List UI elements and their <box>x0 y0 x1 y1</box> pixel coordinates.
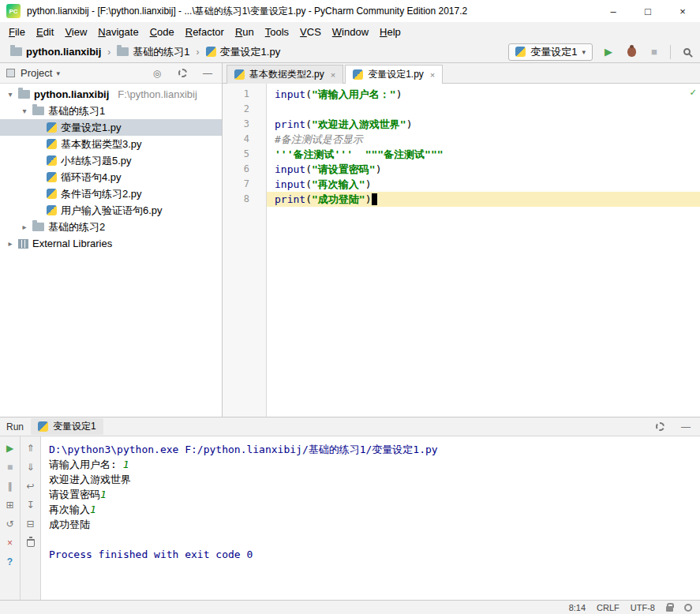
readonly-lock-icon[interactable] <box>666 606 673 612</box>
close-button[interactable]: × <box>665 0 700 22</box>
menu-navigate[interactable]: Navigate <box>92 24 144 39</box>
tree-item-4[interactable]: 小结练习题5.py <box>0 152 222 169</box>
soft-wrap-button[interactable]: ↩ <box>23 478 39 493</box>
line-separator-indicator[interactable]: CRLF <box>597 603 620 612</box>
menu-file[interactable]: File <box>3 24 31 39</box>
encoding-indicator[interactable]: UTF-8 <box>631 603 655 612</box>
breadcrumb-item-2[interactable]: 变量设定1.py <box>202 43 285 61</box>
chevron-down-icon: ▾ <box>56 69 60 77</box>
editor-tab-0[interactable]: 基本数据类型2.py× <box>226 65 343 84</box>
pause-output-button[interactable]: ∥ <box>2 478 18 493</box>
code-text: input("请设置密码") <box>267 162 700 177</box>
menu-tools[interactable]: Tools <box>260 24 294 39</box>
tree-item-8[interactable]: ▸基础的练习2 <box>0 219 222 235</box>
chevron-down-icon[interactable]: ▾ <box>6 90 14 99</box>
tree-item-5[interactable]: 循环语句4.py <box>0 169 222 185</box>
chevron-down-icon[interactable]: ▾ <box>21 107 28 115</box>
run-button[interactable]: ▶ <box>601 45 616 59</box>
project-panel-header: Project ▾ ◎— <box>0 63 222 84</box>
maximize-button[interactable]: □ <box>631 0 665 22</box>
rerun-button[interactable]: ▶ <box>2 440 18 455</box>
run-tab[interactable]: 变量设定1 <box>31 418 103 435</box>
line-number: 4 <box>223 132 267 147</box>
debug-button[interactable] <box>624 45 638 59</box>
code-token: "请输入用户名：" <box>312 88 396 100</box>
menu-bar: FileEditViewNavigateCodeRefactorRunTools… <box>0 22 700 41</box>
close-tab-icon[interactable]: × <box>430 70 435 80</box>
tree-item-6[interactable]: 条件语句练习2.py <box>0 185 222 202</box>
code-text: print("欢迎进入游戏世界") <box>267 117 700 132</box>
chevron-right-icon[interactable]: ▸ <box>21 223 28 231</box>
tree-item-7[interactable]: 用户输入验证语句6.py <box>0 202 222 219</box>
code-token: print <box>275 118 305 130</box>
search-everywhere-button[interactable] <box>679 45 694 59</box>
editor-line[interactable]: 5'''备注测试''' """备注测试""" <box>223 147 700 162</box>
to-top-button[interactable]: ⇑ <box>23 440 39 455</box>
tree-item-2[interactable]: 变量设定1.py <box>0 119 222 136</box>
editor-line[interactable]: 6input("请设置密码") <box>223 162 700 177</box>
breadcrumb-item-0[interactable]: python.lianxibij <box>6 44 105 59</box>
tree-item-0[interactable]: ▾python.lianxibijF:\python.lianxibij <box>0 86 222 103</box>
menu-vcs[interactable]: VCS <box>294 24 327 39</box>
minimize-button[interactable]: – <box>596 0 631 22</box>
console-token: D:\python3\python.exe F:/python.lianxibi… <box>49 444 438 455</box>
editor-tab-1[interactable]: 变量设定1.py× <box>345 65 443 84</box>
breadcrumb-item-1[interactable]: 基础的练习1 <box>113 43 193 61</box>
editor-line[interactable]: 3print("欢迎进入游戏世界") <box>223 117 700 132</box>
editor-tab-label: 变量设定1.py <box>368 68 424 81</box>
to-bottom-button[interactable]: ⇓ <box>23 459 39 474</box>
menu-help[interactable]: Help <box>374 24 406 39</box>
editor-line[interactable]: 4#备注测试是否显示 <box>223 132 700 147</box>
close-tab-icon[interactable]: × <box>331 70 335 80</box>
tree-item-label: 条件语句练习2.py <box>61 187 142 201</box>
code-token: input <box>275 163 305 175</box>
caret-position[interactable]: 8:14 <box>569 603 586 612</box>
editor-line[interactable]: 2 <box>223 102 700 117</box>
console-line <box>49 532 692 547</box>
show-console-button[interactable]: ⊞ <box>2 497 18 512</box>
menu-window[interactable]: Window <box>327 24 374 39</box>
console-token: 1 <box>100 489 107 500</box>
clear-all-button[interactable] <box>23 535 39 550</box>
scroll-from-source-icon[interactable]: ◎ <box>149 66 165 80</box>
line-number: 5 <box>223 147 267 162</box>
scroll-to-end-button[interactable]: ↧ <box>23 497 39 512</box>
menu-run[interactable]: Run <box>230 24 260 39</box>
menu-refactor[interactable]: Refactor <box>180 24 230 39</box>
line-number: 2 <box>223 102 267 117</box>
hide-panel-icon[interactable]: — <box>200 66 215 80</box>
chevron-right-icon[interactable]: ▸ <box>6 239 14 248</box>
settings-gear-icon[interactable] <box>174 66 190 80</box>
close-button[interactable]: × <box>2 535 18 550</box>
code-editor[interactable]: 1input("请输入用户名：")23print("欢迎进入游戏世界")4#备注… <box>223 84 700 417</box>
restore-layout-button[interactable]: ↺ <box>2 516 18 531</box>
main-area: Project ▾ ◎— ▾python.lianxibijF:\python.… <box>0 63 700 417</box>
project-panel-title[interactable]: Project ▾ <box>21 67 60 79</box>
tree-item-9[interactable]: ▸External Libraries <box>0 235 222 252</box>
help-button[interactable]: ? <box>2 554 18 569</box>
hide-panel-icon[interactable]: — <box>678 419 694 434</box>
run-configuration-select[interactable]: 变量设定1 ▾ <box>508 43 593 61</box>
tree-item-3[interactable]: 基本数据类型3.py <box>0 136 222 152</box>
python-file-icon <box>353 69 363 80</box>
menu-code[interactable]: Code <box>144 24 180 39</box>
editor-line[interactable]: 1input("请输入用户名：") <box>223 87 700 102</box>
inspection-status-icon[interactable]: ✓ <box>690 86 696 98</box>
menu-edit[interactable]: Edit <box>31 24 59 39</box>
window-title: python.lianxibij - [F:\python.lianxibij]… <box>27 5 590 18</box>
print-button[interactable]: ⊟ <box>23 516 39 531</box>
run-console[interactable]: D:\python3\python.exe F:/python.lianxibi… <box>41 436 700 600</box>
stop-button[interactable]: ■ <box>2 459 18 474</box>
run-toolbar: 变量设定1 ▾ ▶ ■ <box>508 43 694 61</box>
settings-gear-icon[interactable] <box>652 419 668 434</box>
stop-button[interactable]: ■ <box>647 45 661 59</box>
inspections-profile-icon[interactable] <box>684 604 692 612</box>
folder-icon <box>10 47 22 56</box>
console-toolbar: ⇑⇓↩↧⊟ <box>21 436 41 600</box>
tree-item-1[interactable]: ▾基础的练习1 <box>0 103 222 119</box>
editor-line[interactable]: 7input("再次输入") <box>223 177 700 192</box>
editor-line[interactable]: 8print("成功登陆") <box>223 192 700 207</box>
menu-view[interactable]: View <box>59 24 92 39</box>
editor-area: 基本数据类型2.py×变量设定1.py× 1input("请输入用户名：")23… <box>223 63 700 417</box>
tree-item-label: 基础的练习1 <box>48 104 105 118</box>
